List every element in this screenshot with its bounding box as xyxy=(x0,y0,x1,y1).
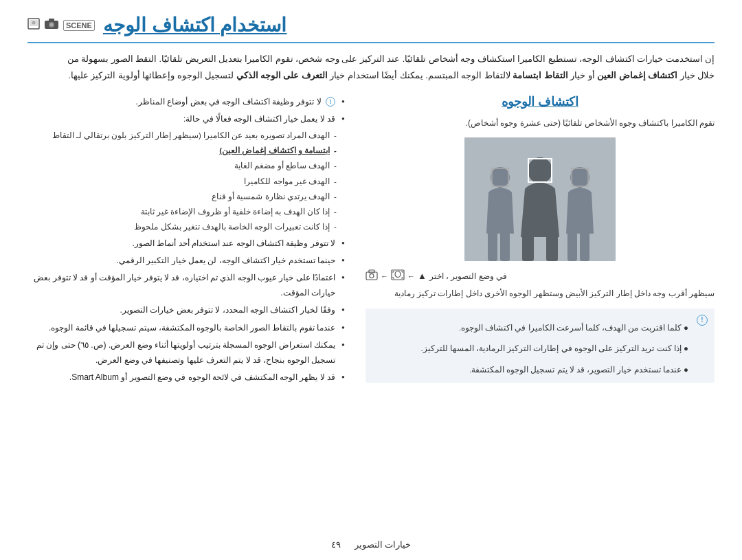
svg-rect-1 xyxy=(49,19,54,21)
mode-description: سيظهر أقرب وجه داخل إطار التركيز الأبيض … xyxy=(366,287,715,302)
face-image-container xyxy=(366,137,715,261)
svg-rect-17 xyxy=(522,235,534,261)
svg-point-12 xyxy=(570,167,589,188)
face-detection-image xyxy=(464,137,616,261)
camera-mode-icon xyxy=(366,269,378,282)
bullet-7: عندما تقوم بالتقاط الصور الخاصة بالوجوه … xyxy=(27,320,345,335)
triangle-icon: ▲ xyxy=(418,271,427,281)
svg-rect-9 xyxy=(488,232,497,261)
main-content: اكتشاف الوجوه تقوم الكاميرا باكتشاف وجوه… xyxy=(27,94,715,388)
bullet-4: حينما تستخدم خيار اكتشاف الوجه، لن يعمل … xyxy=(27,253,345,268)
arrow-2: ← xyxy=(381,272,388,280)
bullet-sub-bold: ابتسامة و اكتشاف إغماض العين) xyxy=(27,144,345,158)
arrow-1: ← xyxy=(407,272,415,280)
note-item-1: ● كلما اقتربت من الهدف، كلما أسرعت الكام… xyxy=(421,321,689,335)
bullet-sub-3: الهدف غير مواجه للكاميرا xyxy=(27,175,345,189)
svg-rect-14 xyxy=(580,232,589,261)
scene-icon: SCENE xyxy=(63,20,95,31)
bullet-8: يمكنك استعراض الوجوه المسجلة بترتيب أولو… xyxy=(27,337,345,368)
bullet-2: قد لا يعمل خيار اكتشاف الوجه فعالًا في ح… xyxy=(27,111,345,126)
mode-line: في وضع التصوير ، اختر ▲ ← xyxy=(366,269,715,282)
face-detect-icon xyxy=(391,269,405,282)
intro-text: إن استخدمت خيارات اكتشاف الوجه، تستطيع ا… xyxy=(27,52,715,85)
page-title: استخدام اكتشاف الوجه xyxy=(103,14,287,36)
svg-point-21 xyxy=(395,271,401,278)
note-inline-icon-1: ! xyxy=(326,97,335,107)
note-items: ● كلما اقتربت من الهدف، كلما أسرعت الكام… xyxy=(421,314,689,377)
bullet-sub-4: الهدف يرتدي نظارة شمسية أو قناع xyxy=(27,190,345,204)
svg-point-16 xyxy=(528,157,552,183)
header-icons: SCENE xyxy=(27,18,95,32)
svg-point-32 xyxy=(370,274,374,278)
note-icon: ! xyxy=(697,315,708,326)
bullet-3: لا تتوفر وظيفة اكتشاف الوجه عند استخدام … xyxy=(27,236,345,251)
note-box: ! ● كلما اقتربت من الهدف، كلما أسرعت الك… xyxy=(366,309,715,383)
section-title: اكتشاف الوجوه xyxy=(366,94,715,109)
bullet-sub-1: الهدف المراد تصويره بعيد عن الكاميرا (سي… xyxy=(27,128,345,143)
footer-content: خيارات التصوير ٤٩ xyxy=(0,539,742,550)
left-panel: اكتشاف الوجوه تقوم الكاميرا باكتشاف وجوه… xyxy=(366,94,715,388)
note-box-inner: ! ● كلما اقتربت من الهدف، كلما أسرعت الك… xyxy=(372,314,708,377)
page-header: استخدام اكتشاف الوجه SCENE xyxy=(27,14,715,43)
svg-rect-30 xyxy=(366,272,377,280)
caption-main: تقوم الكاميرا باكتشاف وجوه الأشخاص تلقائ… xyxy=(366,116,715,131)
svg-point-8 xyxy=(491,167,510,188)
bullet-sub-5: إذا كان الهدف به إضاءة خلفية أو ظروف الإ… xyxy=(27,205,345,219)
bullet-sub-2: الهدف ساطع أو مضغم الغاية xyxy=(27,159,345,173)
page-number: ٤٩ xyxy=(331,539,341,550)
mode-text: في وضع التصوير ، اختر xyxy=(429,271,507,281)
svg-point-3 xyxy=(50,23,54,27)
right-panel: ! لا تتوفر وظيفة اكتشاف الوجه في بعض أوض… xyxy=(27,94,352,388)
bullet-1: ! لا تتوفر وظيفة اكتشاف الوجه في بعض أوض… xyxy=(27,94,345,109)
svg-rect-18 xyxy=(546,235,558,261)
page-footer: خيارات التصوير ٤٩ xyxy=(0,539,742,550)
note-item-2: ● إذا كنت تريد التركيز على الوجوه في إطا… xyxy=(421,341,689,356)
bullet-sub-6: إذا كانت تعبيرات الوجه الخاصة بالهدف تتغ… xyxy=(27,220,345,234)
bullet-5: اعتمادًا على خيار عيوب الوجه الذي تم اخت… xyxy=(27,270,345,300)
camera-icon xyxy=(44,18,59,32)
people-silhouette-svg xyxy=(464,137,616,261)
photo-icon xyxy=(27,18,40,32)
footer-label: خيارات التصوير xyxy=(355,539,412,550)
bullet-6: وفقًا لخيار اكتشاف الوجه المحدد، لا تتوف… xyxy=(27,302,345,317)
svg-rect-13 xyxy=(567,232,577,261)
svg-point-6 xyxy=(32,21,36,25)
bullet-9: قد لا يظهر الوجه المكتشف في لائحة الوجوه… xyxy=(27,370,345,385)
svg-rect-10 xyxy=(500,232,510,261)
page: استخدام اكتشاف الوجه SCENE xyxy=(0,0,742,560)
note-item-3: ● عندما تستخدم خيار التصوير، قد لا يتم ت… xyxy=(421,363,689,377)
